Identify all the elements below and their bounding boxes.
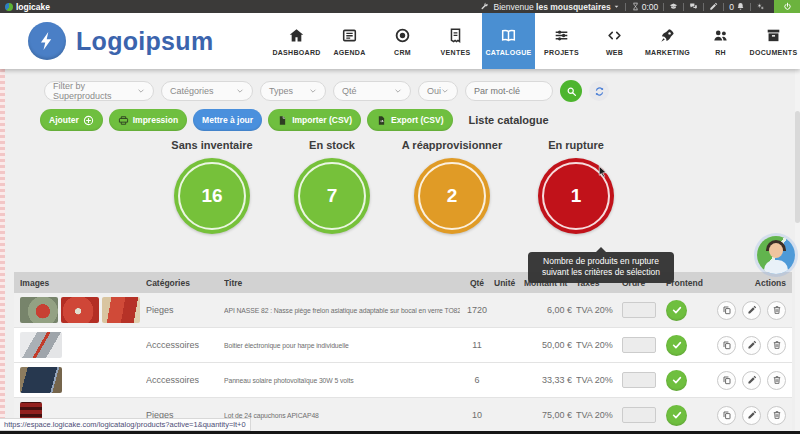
edit-button[interactable] (742, 406, 761, 425)
chat-bubbles-icon[interactable] (689, 2, 698, 11)
delete-button[interactable] (767, 301, 786, 320)
frontend-enabled-toggle[interactable] (666, 405, 687, 426)
stat-circle[interactable]: 16 (174, 158, 250, 234)
filter-bool-select[interactable]: Oui (418, 81, 458, 101)
row-actions (710, 406, 786, 425)
copy-icon (722, 305, 732, 315)
filter-superproducts-label: Filter by Superproducts (53, 81, 137, 101)
order-input[interactable] (622, 337, 656, 353)
row-qty: 1720 (460, 305, 494, 315)
order-input[interactable] (622, 407, 656, 423)
nav-item-catalogue[interactable]: CATALOGUE (482, 13, 535, 69)
edit-button[interactable] (742, 371, 761, 390)
file-icon (277, 115, 288, 126)
graduation-cap-icon[interactable] (669, 2, 678, 11)
duplicate-button[interactable] (717, 301, 736, 320)
keyword-input[interactable] (465, 81, 553, 101)
filter-qty-select[interactable]: Qté (333, 81, 411, 101)
order-input[interactable] (622, 372, 656, 388)
nav-item-agenda[interactable]: AGENDA (323, 13, 376, 69)
col-images[interactable]: Images (20, 278, 146, 288)
product-thumbnail[interactable] (20, 367, 62, 393)
wrench-icon[interactable] (480, 2, 489, 11)
col-title[interactable]: Titre (224, 278, 460, 288)
edit-button[interactable] (742, 301, 761, 320)
frontend-enabled-toggle[interactable] (666, 300, 687, 321)
edit-button[interactable] (742, 336, 761, 355)
vertical-scrollbar[interactable] (795, 69, 800, 434)
order-input[interactable] (622, 302, 656, 318)
col-actions[interactable]: Actions (710, 278, 786, 288)
nav-item-rh[interactable]: RH (694, 13, 747, 69)
nav-menu: DASHBOARDAGENDACRMVENTESCATALOGUEPROJETS… (270, 13, 800, 69)
row-title[interactable]: API NASSE 82 : Nasse piège frelon asiati… (224, 305, 460, 315)
row-title[interactable]: Panneau solaire photovoltaïque 30W 5 vol… (224, 375, 460, 385)
row-frontend (666, 300, 710, 321)
stat-3: En rupture1 (491, 139, 661, 234)
stat-circle[interactable]: 7 (294, 158, 370, 234)
nav-item-label: AGENDA (333, 49, 365, 56)
nav-item-marketing[interactable]: MARKETING (641, 13, 694, 69)
logicake-logo[interactable]: logicake (5, 2, 50, 12)
nav-item-ventes[interactable]: VENTES (429, 13, 482, 69)
nav-item-projets[interactable]: PROJETS (535, 13, 588, 69)
search-icon (566, 86, 577, 97)
add-button[interactable]: Ajouter (40, 109, 103, 131)
duplicate-button[interactable] (717, 371, 736, 390)
pencil-icon (747, 340, 757, 350)
nav-item-documents[interactable]: DOCUMENTS (747, 13, 800, 69)
file-export-icon (376, 115, 387, 126)
import-csv-button[interactable]: Importer (CSV) (268, 109, 361, 131)
nav-item-web[interactable]: WEB (588, 13, 641, 69)
app-logo[interactable]: Logoipsum (0, 13, 213, 69)
copy-icon (722, 410, 732, 420)
col-categories[interactable]: Catégories (146, 278, 224, 288)
pencil-icon (747, 410, 757, 420)
row-title[interactable]: Lot de 24 capuchons APICAP48 (224, 410, 460, 420)
col-qty[interactable]: Qté (460, 278, 494, 288)
delete-button[interactable] (767, 371, 786, 390)
catalogue-icon (500, 27, 517, 44)
marketing-icon (659, 27, 676, 44)
export-csv-button[interactable]: Export (CSV) (367, 109, 452, 131)
stat-circle[interactable]: 2 (414, 158, 490, 234)
filter-categories-select[interactable]: Catégories (161, 81, 253, 101)
delete-button[interactable] (767, 336, 786, 355)
logout-power-button[interactable] (774, 0, 800, 13)
frontend-enabled-toggle[interactable] (666, 370, 687, 391)
row-title[interactable]: Boitier électronique pour harpe individu… (224, 340, 460, 350)
row-qty: 10 (460, 410, 494, 420)
search-button[interactable] (560, 80, 582, 102)
col-unit[interactable]: Unité (494, 278, 524, 288)
update-button[interactable]: Mettre à jour (193, 109, 262, 131)
gears-icon[interactable] (756, 2, 765, 11)
product-thumbnail[interactable] (20, 297, 58, 323)
pencil-icon[interactable] (709, 2, 718, 11)
filter-superproducts-select[interactable]: Filter by Superproducts (44, 81, 154, 101)
product-thumbnail[interactable] (61, 297, 99, 323)
duplicate-button[interactable] (717, 336, 736, 355)
print-button[interactable]: Impression (109, 109, 187, 131)
duplicate-button[interactable] (717, 406, 736, 425)
filter-types-label: Types (269, 86, 293, 96)
welcome-text: Bienvenue (494, 2, 534, 12)
avatar-body (764, 260, 788, 274)
notifications[interactable]: 0 (729, 2, 745, 12)
product-thumbnail[interactable] (20, 332, 62, 358)
pencil-icon (747, 305, 757, 315)
nav-item-crm[interactable]: CRM (376, 13, 429, 69)
user-menu[interactable]: Bienvenue les mousquetaires (494, 2, 620, 12)
row-order (622, 337, 666, 353)
scrollbar-thumb[interactable] (795, 111, 800, 223)
logicake-logo-icon (5, 3, 13, 11)
timer[interactable]: 0:00 (631, 2, 659, 12)
refresh-button[interactable] (589, 81, 609, 101)
frontend-enabled-toggle[interactable] (666, 335, 687, 356)
product-thumbnail[interactable] (102, 297, 140, 323)
support-chat-avatar[interactable] (757, 236, 795, 274)
filter-types-select[interactable]: Types (260, 81, 326, 101)
timer-value: 0:00 (642, 2, 659, 12)
row-amount: 75,00 € (524, 410, 576, 420)
nav-item-dashboard[interactable]: DASHBOARD (270, 13, 323, 69)
delete-button[interactable] (767, 406, 786, 425)
